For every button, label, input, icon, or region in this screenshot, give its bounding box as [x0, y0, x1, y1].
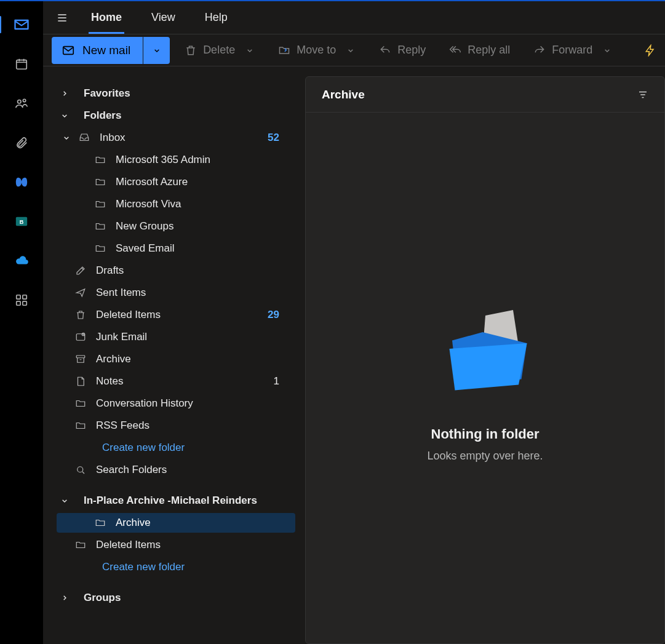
- sent-icon: [74, 287, 87, 298]
- folder-searchfolders[interactable]: Search Folders: [74, 460, 292, 480]
- folder-label: Archive: [96, 353, 131, 365]
- tab-view[interactable]: View: [137, 1, 190, 34]
- new-mail-dropdown[interactable]: [143, 37, 170, 64]
- empty-subtitle: Looks empty over here.: [427, 450, 543, 463]
- folder-archive[interactable]: Archive: [74, 349, 292, 369]
- list-header: Archive: [306, 77, 664, 113]
- folder-azure[interactable]: Microsoft Azure: [94, 172, 292, 192]
- hamburger-icon: [56, 12, 68, 24]
- rail-onedrive[interactable]: [12, 251, 31, 271]
- junk-icon: [74, 332, 87, 343]
- folder-newgroups[interactable]: New Groups: [94, 217, 292, 236]
- folder-label: Junk Email: [96, 331, 147, 343]
- folder-label: RSS Feeds: [96, 419, 149, 432]
- archive-folder-archive[interactable]: Archive: [57, 513, 295, 533]
- content: Favorites Folders Inbox 52 Microsoft 365…: [43, 66, 665, 644]
- forward-label: Forward: [552, 44, 592, 57]
- forward-button[interactable]: Forward: [525, 37, 621, 64]
- folder-viva[interactable]: Microsoft Viva: [94, 194, 292, 214]
- delete-button[interactable]: Delete: [176, 37, 263, 64]
- folder-deleted[interactable]: Deleted Items29: [74, 305, 292, 325]
- tab-help[interactable]: Help: [190, 1, 242, 34]
- svg-rect-6: [23, 295, 26, 299]
- folder-sent[interactable]: Sent Items: [74, 283, 292, 303]
- search-icon: [74, 464, 87, 475]
- chevron-icon: [59, 89, 70, 98]
- empty-title: Nothing in folder: [431, 426, 540, 442]
- lightning-icon: [644, 44, 656, 57]
- archive-create-folder-link[interactable]: Create new folder: [102, 557, 292, 577]
- folder-label: Conversation History: [96, 397, 193, 410]
- folder-label: New Groups: [116, 220, 173, 233]
- chevron-down-icon: [245, 46, 255, 55]
- moveto-icon: [278, 44, 290, 57]
- rail-people[interactable]: [12, 93, 31, 113]
- folder-savedemail[interactable]: Saved Email: [94, 239, 292, 258]
- folders-section[interactable]: Folders: [57, 106, 292, 125]
- rail-mail[interactable]: [12, 15, 31, 34]
- moveto-button[interactable]: Move to: [269, 37, 364, 64]
- attachment-icon: [15, 136, 28, 149]
- rail-more-apps[interactable]: [12, 290, 31, 310]
- svg-text:B: B: [20, 219, 24, 225]
- svg-point-1: [18, 100, 21, 104]
- create-folder-link[interactable]: Create new folder: [102, 438, 292, 458]
- rail-bookings[interactable]: B: [12, 212, 31, 231]
- replyall-icon: [449, 44, 461, 57]
- folder-junk[interactable]: Junk Email: [74, 327, 292, 347]
- archive-folder-deleted[interactable]: Deleted Items: [74, 535, 292, 555]
- folder-drafts[interactable]: Drafts: [74, 261, 292, 280]
- folder-icon: [94, 517, 107, 528]
- chevron-icon: [59, 111, 70, 121]
- folder-label: Microsoft Viva: [116, 198, 181, 210]
- reply-icon: [379, 44, 391, 57]
- folder-conversation[interactable]: Conversation History: [74, 394, 292, 413]
- tab-row: Home View Help: [43, 1, 665, 34]
- new-mail-button[interactable]: New mail: [52, 37, 143, 64]
- notes-icon: [74, 376, 87, 387]
- empty-state: Nothing in folder Looks empty over here.: [306, 113, 664, 643]
- reply-button[interactable]: Reply: [370, 37, 434, 64]
- groups-section[interactable]: Groups: [57, 588, 292, 608]
- folder-label: Drafts: [96, 264, 124, 277]
- notes-count: 1: [274, 375, 285, 388]
- folder-label: Microsoft 365 Admin: [116, 154, 210, 166]
- favorites-section[interactable]: Favorites: [57, 84, 292, 103]
- svg-point-13: [78, 467, 83, 472]
- filter-button[interactable]: [637, 89, 648, 100]
- rail-files[interactable]: [12, 133, 31, 153]
- replyall-label: Reply all: [468, 44, 510, 57]
- chevron-down-icon: [152, 46, 162, 55]
- folder-rss[interactable]: RSS Feeds: [74, 416, 292, 435]
- folder-icon: [74, 539, 87, 551]
- inbox-label: Inbox: [100, 132, 125, 144]
- toolbar: New mail Delete Move to: [43, 34, 665, 66]
- tab-home[interactable]: Home: [76, 1, 137, 34]
- folder-notes[interactable]: Notes1: [74, 372, 292, 391]
- deleted-count: 29: [268, 309, 285, 321]
- folder-icon: [74, 420, 87, 431]
- folder-label: Sent Items: [96, 287, 146, 299]
- delete-icon: [185, 44, 197, 57]
- archive-account-section[interactable]: In-Place Archive -Michael Reinders: [57, 491, 292, 511]
- folder-m365admin[interactable]: Microsoft 365 Admin: [94, 150, 292, 170]
- folder-pane: Favorites Folders Inbox 52 Microsoft 365…: [43, 66, 298, 644]
- quicksteps-button[interactable]: [635, 37, 665, 64]
- hamburger-button[interactable]: [48, 4, 76, 32]
- folder-icon: [94, 221, 107, 232]
- inbox-icon: [78, 132, 91, 143]
- rail-viva[interactable]: [12, 172, 31, 192]
- chevron-icon: [59, 593, 70, 603]
- svg-rect-8: [23, 301, 26, 305]
- inbox-count: 52: [268, 132, 285, 144]
- folder-inbox[interactable]: Inbox 52: [62, 128, 292, 148]
- folder-icon: [74, 398, 87, 409]
- svg-rect-5: [17, 295, 20, 299]
- rail-calendar[interactable]: [12, 54, 31, 74]
- empty-folder-icon: [430, 293, 541, 404]
- message-list: Archive Nothing in folder: [305, 76, 665, 644]
- chevron-down-icon: [346, 46, 356, 55]
- forward-icon: [533, 44, 546, 57]
- folder-label: Deleted Items: [96, 309, 161, 321]
- replyall-button[interactable]: Reply all: [440, 37, 519, 64]
